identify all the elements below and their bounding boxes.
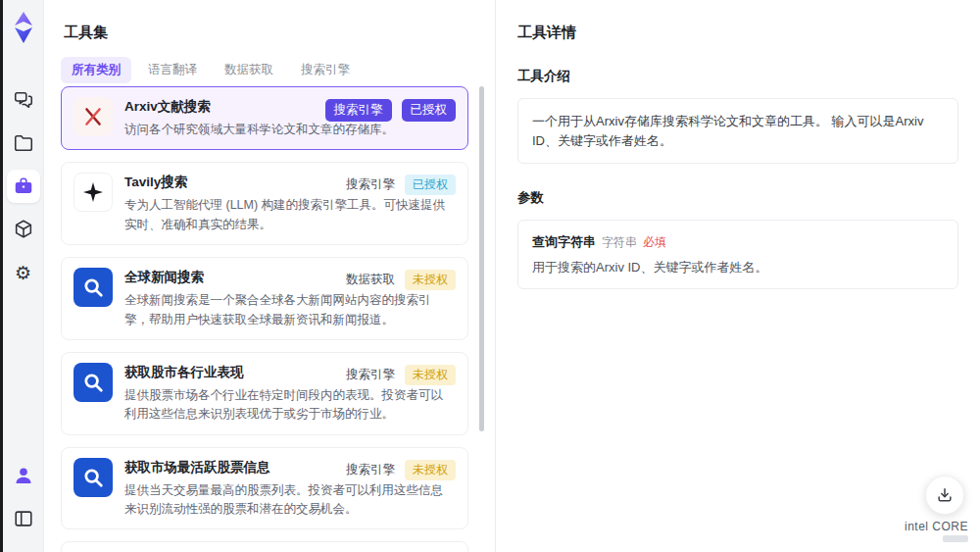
download-button[interactable]: [925, 476, 964, 515]
chat-icon[interactable]: [7, 83, 40, 117]
intel-sub-badge: [943, 535, 968, 542]
tool-category-tag: 搜索引擎: [346, 462, 395, 478]
folder-icon[interactable]: [7, 126, 40, 160]
avatar-icon[interactable]: [7, 459, 40, 492]
download-icon: [935, 485, 955, 505]
tool-description: 专为人工智能代理 (LLM) 构建的搜索引擎工具。可快速提供实时、准确和真实的结…: [124, 196, 454, 234]
intel-core-text: intel CORE: [905, 520, 968, 533]
active-stocks-icon: [74, 458, 113, 497]
app-logo-icon: [9, 10, 38, 45]
tab-category-3[interactable]: 搜索引擎: [290, 57, 361, 83]
tool-category-tag: 搜索引擎: [346, 176, 395, 193]
intro-heading: 工具介绍: [517, 68, 958, 85]
tool-category-tag: 搜索引擎: [346, 367, 395, 383]
global-news-icon: [74, 268, 113, 307]
page-title: 工具集: [64, 24, 108, 42]
tool-auth-badge: 已授权: [405, 175, 456, 195]
tool-description: 提供股票市场各个行业在特定时间段内的表现。投资者可以利用这些信息来识别表现优于或…: [124, 386, 454, 425]
scrollbar-thumb[interactable]: [479, 86, 484, 431]
tool-card[interactable]: 获取市场最活跃股票信息 提供当天交易量最高的股票列表。投资者可以利用这些信息来识…: [61, 447, 468, 530]
sidebar: ⚙: [3, 0, 44, 552]
param-type: 字符串: [602, 235, 637, 249]
briefcase-icon[interactable]: [7, 170, 40, 203]
cube-icon[interactable]: [7, 213, 40, 246]
params-heading: 参数: [517, 189, 958, 207]
tool-category-tag: 数据获取: [346, 272, 395, 288]
param-name: 查询字符串: [532, 234, 596, 249]
param-required-flag: 必填: [643, 235, 666, 249]
tab-category-2[interactable]: 数据获取: [214, 57, 284, 83]
tool-description: 提供当天交易量最高的股票列表。投资者可以利用这些信息来识别流动性强的股票和潜在的…: [124, 481, 454, 520]
tool-auth-badge: 未授权: [405, 365, 456, 385]
tool-category-tag: 搜索引擎: [325, 99, 392, 122]
param-card: 查询字符串字符串必填 用于搜索的Arxiv ID、关键字或作者姓名。: [517, 220, 958, 289]
tab-category-1[interactable]: 语言翻译: [137, 57, 208, 83]
param-description: 用于搜索的Arxiv ID、关键字或作者姓名。: [532, 259, 944, 276]
tool-card[interactable]: Arxiv文献搜索 访问各个研究领域大量科学论文和文章的存储库。 搜索引擎 已授…: [61, 86, 468, 150]
tool-auth-badge: 未授权: [405, 460, 456, 480]
tool-list: Arxiv文献搜索 访问各个研究领域大量科学论文和文章的存储库。 搜索引擎 已授…: [61, 86, 468, 552]
tool-auth-badge: 已授权: [402, 99, 457, 122]
industry-performance-icon: [74, 363, 113, 402]
tool-card[interactable]: 万维地区新闻查询 查询具体行政区划内的新闻，快速了解各地新闻动态。 搜索引擎 未…: [61, 541, 468, 552]
intro-card: 一个用于从Arxiv存储库搜索科学论文和文章的工具。 输入可以是Arxiv ID…: [517, 98, 958, 164]
toolset-panel: 工具集 所有类别语言翻译数据获取搜索引擎 Arxiv文献搜索 访问各个研究领域大…: [44, 0, 495, 552]
tavily-star-icon: [74, 173, 113, 212]
tool-description: 访问各个研究领域大量科学论文和文章的存储库。: [124, 121, 454, 139]
tool-description: 全球新闻搜索是一个聚合全球各大新闻网站内容的搜索引擎，帮助用户快速获取全球最新资…: [124, 291, 454, 329]
tool-card[interactable]: Tavily搜索 专为人工智能代理 (LLM) 构建的搜索引擎工具。可快速提供实…: [61, 162, 468, 245]
detail-title: 工具详情: [517, 24, 958, 42]
tool-card[interactable]: 全球新闻搜索 全球新闻搜索是一个聚合全球各大新闻网站内容的搜索引擎，帮助用户快速…: [61, 257, 468, 340]
category-tabs: 所有类别语言翻译数据获取搜索引擎: [61, 57, 361, 83]
gear-icon[interactable]: ⚙: [7, 256, 40, 289]
arxiv-icon: [74, 97, 113, 136]
intel-core-logo: intel CORE: [905, 520, 968, 542]
tool-detail-panel: 工具详情 工具介绍 一个用于从Arxiv存储库搜索科学论文和文章的工具。 输入可…: [495, 0, 980, 552]
tab-category-0[interactable]: 所有类别: [61, 57, 131, 83]
params-list: 查询字符串字符串必填 用于搜索的Arxiv ID、关键字或作者姓名。: [517, 220, 958, 289]
panel-toggle-icon[interactable]: [7, 502, 40, 535]
tool-auth-badge: 未授权: [405, 270, 456, 290]
tool-card[interactable]: 获取股市各行业表现 提供股票市场各个行业在特定时间段内的表现。投资者可以利用这些…: [61, 352, 468, 435]
